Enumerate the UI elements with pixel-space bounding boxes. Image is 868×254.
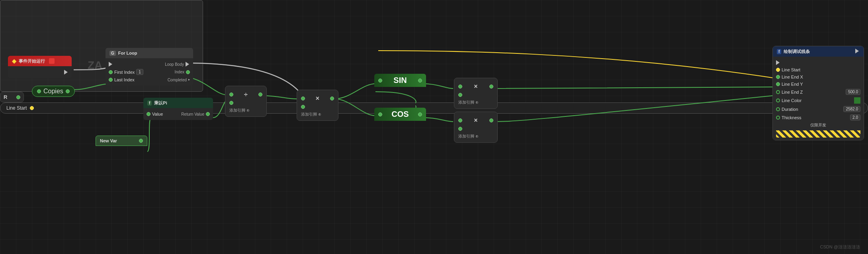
divide-in-pin-2 <box>229 101 233 105</box>
sin-header: SIN <box>374 74 426 87</box>
draw-debug-exec-out <box>855 49 860 54</box>
multiply-pi-body: Value Return Value <box>143 108 213 120</box>
rpb-symbol: × <box>474 115 477 126</box>
event-header: ◆ 事件开始运行 <box>8 56 72 66</box>
first-index-pin <box>109 70 113 74</box>
hazard-stripe <box>776 130 860 138</box>
completed-exec-pin <box>188 79 190 81</box>
new-var-header: New Var <box>96 136 147 146</box>
return-value-label: Return Value <box>181 112 204 116</box>
new-var-out-pin <box>139 139 143 143</box>
for-loop-header: G For Loop <box>106 48 193 58</box>
return-value-pin <box>206 112 210 116</box>
cos-header: COS <box>374 108 426 121</box>
line-start-pin <box>30 106 34 110</box>
rpt-out-pin <box>489 85 493 89</box>
rpb-add-pin[interactable]: 添加引脚 ⊕ <box>458 134 493 139</box>
event-title: 事件开始运行 <box>19 58 45 64</box>
first-index-val[interactable]: 1 <box>136 69 143 75</box>
divide-out-pin <box>258 93 262 96</box>
for-loop-node: G For Loop Loop Body First Index 1 Index <box>106 48 193 86</box>
for-loop-title: For Loop <box>118 51 137 55</box>
copies-node: Copies <box>32 86 75 97</box>
debug-line-end-z-val[interactable]: 500.0 <box>846 89 860 95</box>
for-loop-icon: G <box>109 51 116 56</box>
r-label: R <box>4 94 7 100</box>
multiply-pi-icon: f <box>147 100 152 106</box>
mult-in-pin-2 <box>301 105 305 109</box>
multiply-pi-title: 乘以Pi <box>154 100 167 106</box>
loop-body-pin <box>186 62 189 67</box>
r-out-pin <box>16 95 20 99</box>
rpt-symbol: × <box>474 81 477 92</box>
index-label: Index <box>175 70 184 74</box>
sin-in-pin <box>378 79 382 83</box>
sin-title: SIN <box>393 76 407 85</box>
debug-line-start-pin <box>776 68 780 72</box>
debug-duration-pin <box>776 107 780 111</box>
rpb-in-pin-2 <box>458 127 462 131</box>
cos-title: COS <box>391 110 409 119</box>
multiply-node: × 添加引脚 ⊕ <box>297 90 338 121</box>
cos-node: COS <box>374 108 426 121</box>
multiply-pi-node: f 乘以Pi Value Return Value <box>143 98 213 120</box>
value-pin-in <box>147 112 151 116</box>
event-body <box>8 66 72 78</box>
first-index-label: First Index <box>114 70 135 75</box>
rpb-in-pin-1 <box>458 118 462 122</box>
value-label: Value <box>152 112 163 116</box>
debug-line-color-pin <box>776 98 780 102</box>
divide-node: ÷ 添加引脚 ⊕ <box>225 86 267 117</box>
rpt-in-pin-1 <box>458 85 462 89</box>
debug-duration-val[interactable]: 2582.0 <box>843 106 860 112</box>
credit-text: CSDN @涟涟涟涟涟 <box>820 244 860 250</box>
loop-body-label: Loop Body <box>165 62 184 67</box>
debug-line-start-label: Line Start <box>782 67 800 72</box>
r-node: R <box>0 92 24 102</box>
draw-debug-node: f 绘制调试线条 Line Start Line End X Line End … <box>772 46 864 140</box>
rpb-out-pin <box>489 118 493 122</box>
line-start-label: Line Start <box>6 105 27 111</box>
last-index-label: Last Index <box>114 77 135 82</box>
copies-pin-left <box>37 89 41 93</box>
event-node: ◆ 事件开始运行 <box>8 56 72 78</box>
cos-in-pin <box>378 112 382 116</box>
draw-debug-header: f 绘制调试线条 <box>773 46 864 57</box>
add-pin-right-bottom: × 添加引脚 ⊕ <box>454 112 498 143</box>
divide-add-pin[interactable]: 添加引脚 ⊕ <box>229 108 262 113</box>
rpt-add-pin[interactable]: 添加引脚 ⊕ <box>458 100 493 105</box>
draw-debug-title: 绘制调试线条 <box>784 49 810 55</box>
debug-line-end-y-pin <box>776 82 780 86</box>
sin-out-pin <box>418 79 422 83</box>
mult-add-pin[interactable]: 添加引脚 ⊕ <box>301 112 334 117</box>
sin-node: SIN <box>374 74 426 87</box>
new-var-title: New Var <box>100 138 117 143</box>
index-pin <box>186 70 190 74</box>
for-loop-body: Loop Body First Index 1 Index Last Index… <box>106 58 193 86</box>
debug-duration-label: Duration <box>782 107 798 112</box>
copies-label: Copies <box>43 88 63 95</box>
mult-symbol: × <box>316 93 319 104</box>
completed-label: Completed <box>168 78 187 82</box>
debug-thickness-val[interactable]: 2.0 <box>850 114 860 120</box>
new-var-node: New Var <box>96 136 147 146</box>
divide-symbol: ÷ <box>244 89 248 100</box>
cos-out-pin <box>418 112 422 116</box>
mult-out-pin <box>330 96 334 100</box>
debug-line-end-z-pin <box>776 90 780 94</box>
copies-pin-right <box>66 89 70 93</box>
exec-out-pin <box>64 70 68 75</box>
last-index-pin <box>109 78 113 82</box>
dev-only-label: 仅限开发 <box>776 122 860 129</box>
for-loop-exec-in <box>109 62 112 67</box>
divide-in-pin-1 <box>229 93 233 96</box>
debug-thickness-label: Thickness <box>782 115 802 120</box>
rpt-in-pin-2 <box>458 93 462 97</box>
comment-label: ZA <box>88 59 102 72</box>
multiply-pi-header: f 乘以Pi <box>143 98 213 108</box>
debug-line-end-x-label: Line End X <box>782 75 803 79</box>
line-start-node: Line Start <box>0 102 868 114</box>
debug-line-color-swatch[interactable] <box>854 97 860 104</box>
debug-thickness-pin <box>776 116 780 120</box>
debug-line-end-z-label: Line End Z <box>782 90 803 95</box>
